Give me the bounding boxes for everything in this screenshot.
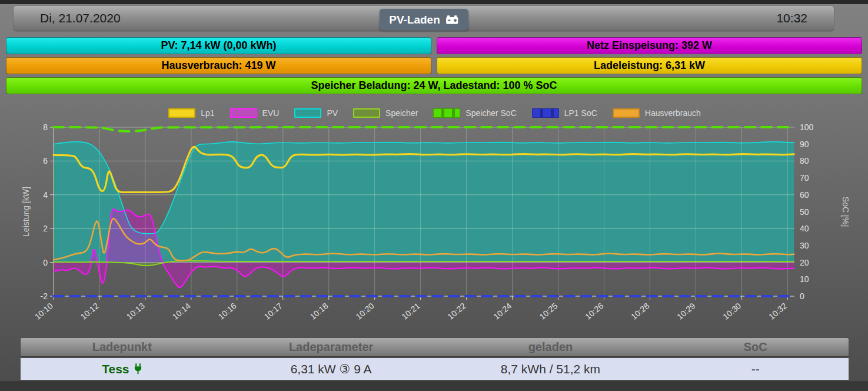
- chargepoint-row[interactable]: Tess 6,31 kW ③ 9 A 8,7 kWh / 51,2 km --: [21, 358, 849, 380]
- svg-text:0: 0: [43, 258, 48, 267]
- clock-label: 10:32: [776, 11, 807, 25]
- plug-icon: [134, 363, 142, 375]
- svg-text:-2: -2: [41, 291, 48, 301]
- battery-status-label: Speicher Beladung: 24 W, Ladestand: 100 …: [311, 79, 557, 92]
- pv-status-bar: PV: 7,14 kW (0,00 kWh): [6, 37, 431, 54]
- legend-swatch: [433, 108, 460, 118]
- svg-text:10:32: 10:32: [767, 301, 789, 322]
- bottom-strip: [0, 381, 868, 391]
- svg-text:10:25: 10:25: [537, 301, 559, 322]
- col-soc: SoC: [662, 338, 849, 356]
- svg-text:0: 0: [800, 291, 804, 301]
- svg-text:10:21: 10:21: [400, 301, 421, 322]
- chargepoint-charged: 8,7 kWh / 51,2 km: [439, 358, 663, 380]
- house-consumption-status-label: Hausverbrauch: 419 W: [161, 59, 275, 72]
- legend-label: Lp1: [201, 108, 214, 118]
- car-battery-icon: [445, 15, 458, 25]
- chart-legend: Lp1EVUPVSpeicherSpeicher SoCLP1 SoCHausv…: [21, 106, 849, 120]
- col-chargepoint: Ladepunkt: [21, 338, 224, 356]
- legend-item-evu[interactable]: EVU: [230, 108, 280, 118]
- legend-item-speicher-soc[interactable]: Speicher SoC: [433, 108, 516, 118]
- svg-text:100: 100: [800, 122, 814, 132]
- svg-text:10:14: 10:14: [171, 301, 192, 322]
- status-bars: PV: 7,14 kW (0,00 kWh) Netz Einspeisung:…: [6, 37, 862, 94]
- header-bar: Di, 21.07.2020 10:32 PV-Laden: [14, 6, 834, 31]
- chargepoint-params: 6,31 kW ③ 9 A: [224, 358, 439, 380]
- svg-text:10: 10: [800, 274, 809, 284]
- svg-text:10:20: 10:20: [354, 301, 375, 322]
- legend-swatch: [294, 108, 321, 118]
- legend-label: Speicher SoC: [465, 108, 516, 118]
- legend-swatch: [230, 108, 257, 118]
- chargepoint-name: Tess: [102, 362, 142, 376]
- svg-text:10:13: 10:13: [125, 301, 147, 322]
- svg-text:20: 20: [800, 258, 809, 267]
- svg-text:10:17: 10:17: [262, 301, 284, 322]
- date-label: Di, 21.07.2020: [40, 11, 121, 25]
- charge-mode-button[interactable]: PV-Laden: [380, 9, 468, 31]
- house-consumption-status-bar: Hausverbrauch: 419 W: [6, 57, 431, 74]
- legend-swatch: [353, 108, 380, 118]
- svg-text:8: 8: [43, 122, 48, 132]
- svg-text:10:26: 10:26: [583, 301, 605, 322]
- power-chart-section: Lp1EVUPVSpeicherSpeicher SoCLP1 SoCHausv…: [21, 106, 849, 334]
- svg-text:10:10: 10:10: [33, 301, 55, 322]
- legend-swatch: [168, 108, 195, 118]
- col-charged: geladen: [439, 338, 663, 356]
- svg-text:Leistung [kW]: Leistung [kW]: [21, 187, 31, 237]
- svg-text:50: 50: [800, 207, 809, 217]
- legend-item-lp1[interactable]: Lp1: [168, 108, 214, 118]
- charge-power-status-label: Ladeleistung: 6,31 kW: [594, 59, 705, 72]
- pv-status-label: PV: 7,14 kW (0,00 kWh): [161, 39, 276, 52]
- svg-text:40: 40: [800, 224, 809, 233]
- legend-label: Hausverbrauch: [645, 108, 701, 118]
- grid-feed-status-label: Netz Einspeisung: 392 W: [587, 39, 712, 52]
- battery-status-bar: Speicher Beladung: 24 W, Ladestand: 100 …: [6, 77, 862, 94]
- svg-text:30: 30: [800, 241, 809, 250]
- chargepoint-table: Ladepunkt Ladeparameter geladen SoC Tess…: [21, 338, 849, 380]
- svg-text:60: 60: [800, 190, 809, 200]
- svg-text:6: 6: [43, 156, 48, 165]
- charge-power-status-bar: Ladeleistung: 6,31 kW: [437, 57, 862, 74]
- power-soc-chart: 86420-2100908070605040302010010:1010:121…: [21, 121, 849, 334]
- legend-label: EVU: [262, 108, 280, 118]
- legend-swatch: [613, 108, 640, 118]
- svg-text:80: 80: [800, 156, 809, 165]
- svg-text:90: 90: [800, 140, 809, 149]
- chargepoint-name-label: Tess: [102, 362, 129, 376]
- svg-text:10:29: 10:29: [675, 301, 697, 322]
- chargepoint-soc: --: [662, 358, 849, 380]
- svg-text:2: 2: [43, 224, 48, 233]
- svg-text:4: 4: [43, 190, 48, 200]
- table-header-row: Ladepunkt Ladeparameter geladen SoC: [21, 338, 849, 356]
- svg-text:10:22: 10:22: [445, 301, 467, 322]
- legend-label: PV: [327, 108, 338, 118]
- col-chargeparams: Ladeparameter: [224, 338, 439, 356]
- legend-item-speicher[interactable]: Speicher: [353, 108, 418, 118]
- legend-item-lp1-soc[interactable]: LP1 SoC: [532, 108, 597, 118]
- svg-text:10:18: 10:18: [308, 301, 330, 322]
- svg-text:10:16: 10:16: [217, 301, 238, 322]
- legend-item-pv[interactable]: PV: [294, 108, 338, 118]
- svg-text:SoC [%]: SoC [%]: [841, 197, 849, 227]
- legend-label: LP1 SoC: [564, 108, 597, 118]
- svg-text:10:30: 10:30: [721, 301, 743, 322]
- grid-feed-status-bar: Netz Einspeisung: 392 W: [437, 37, 862, 54]
- top-strip: [0, 0, 868, 4]
- svg-text:70: 70: [800, 173, 809, 183]
- svg-text:10:28: 10:28: [629, 301, 651, 322]
- svg-text:10:12: 10:12: [79, 301, 101, 322]
- svg-text:10:24: 10:24: [491, 301, 513, 322]
- legend-item-hausverbrauch[interactable]: Hausverbrauch: [613, 108, 701, 118]
- legend-swatch: [532, 108, 559, 118]
- charge-mode-label: PV-Laden: [389, 14, 440, 26]
- legend-label: Speicher: [385, 108, 418, 118]
